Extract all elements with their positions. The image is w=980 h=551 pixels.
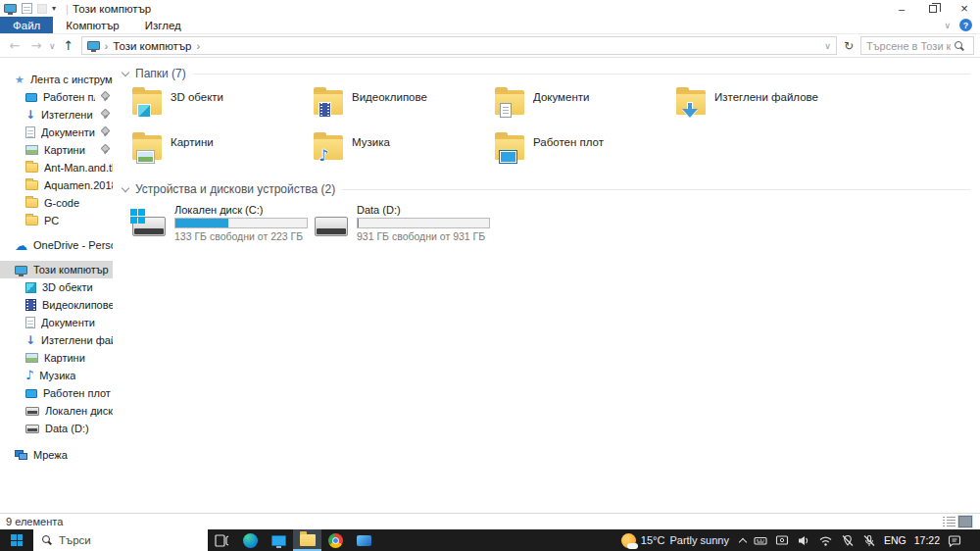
edge-button[interactable] xyxy=(236,529,265,551)
qat-customize-dropdown-icon[interactable]: ▾ xyxy=(52,4,56,13)
restore-button[interactable] xyxy=(917,0,949,17)
sidebar-item-onedrive[interactable]: ☁ OneDrive - Personal xyxy=(0,236,113,254)
folder-tile-downloads[interactable]: Изтеглени файлове xyxy=(676,88,858,129)
folders-section-header[interactable]: Папки (7) xyxy=(121,67,970,80)
this-pc-button[interactable] xyxy=(265,529,293,551)
weather-icon xyxy=(621,533,636,548)
search-box[interactable] xyxy=(860,36,974,55)
sidebar-item-quick-access[interactable]: ★ Лента с инструменти xyxy=(0,71,113,88)
recent-locations-dropdown-icon[interactable]: ∨ xyxy=(49,41,56,51)
sidebar-item-label: Локален диск (C:) xyxy=(45,405,113,417)
sidebar-item-downloads-pc[interactable]: ↓ Изтеглени файлов xyxy=(0,331,113,349)
sidebar-item-desktop-pc[interactable]: Работен плот xyxy=(0,384,113,402)
wifi-icon[interactable] xyxy=(818,534,833,547)
location-off-icon[interactable] xyxy=(841,534,855,547)
sidebar-item-this-pc[interactable]: Този компютър xyxy=(0,261,113,278)
taskbar-search-box[interactable] xyxy=(33,529,208,551)
folder-tile-desktop[interactable]: Работен плот xyxy=(495,133,676,175)
sidebar-item-downloads[interactable]: ↓ Изтеглени файл xyxy=(0,106,113,124)
address-dropdown-icon[interactable]: ∨ xyxy=(824,41,831,51)
sidebar-item-pictures[interactable]: Картини xyxy=(0,141,113,159)
breadcrumb-this-pc[interactable]: Този компютър xyxy=(113,40,191,52)
devices-section-header[interactable]: Устройства и дискови устройства (2) xyxy=(121,182,970,196)
new-folder-icon[interactable] xyxy=(37,4,47,14)
sidebar-item-label: OneDrive - Personal xyxy=(33,239,113,251)
movies-app-button[interactable] xyxy=(350,529,378,551)
search-icon xyxy=(955,41,964,51)
sidebar-item-desktop[interactable]: Работен плот xyxy=(0,88,113,106)
volume-icon[interactable] xyxy=(797,534,810,547)
folder-icon xyxy=(495,135,524,160)
cast-icon[interactable] xyxy=(775,534,789,547)
sidebar-item-label: Картини xyxy=(44,144,85,156)
document-icon xyxy=(25,126,35,138)
weather-widget[interactable]: 15°C Partly sunny xyxy=(618,533,732,548)
videos-icon xyxy=(318,102,331,118)
downloads-icon: ↓ xyxy=(25,334,35,346)
sidebar-item-videos[interactable]: Видеоклипове xyxy=(0,296,113,314)
task-view-button[interactable] xyxy=(208,529,236,551)
collapse-chevron-icon[interactable] xyxy=(122,183,129,191)
sidebar-item-documents[interactable]: Документи xyxy=(0,124,113,141)
up-button[interactable]: ↑ xyxy=(60,38,77,53)
folder-tile-music[interactable]: ♪ Музика xyxy=(314,133,495,175)
language-indicator[interactable]: ENG xyxy=(884,534,906,546)
folder-tile-3d-objects[interactable]: 3D обекти xyxy=(132,88,314,129)
hidden-icons-chevron-icon[interactable] xyxy=(739,537,747,545)
drive-tile-local-disk-c[interactable]: Локален диск (C:) 133 ГБ свободни от 223… xyxy=(132,204,315,242)
window-body: ★ Лента с инструменти Работен плот ↓ Изт… xyxy=(0,59,980,513)
large-icons-view-icon[interactable] xyxy=(958,516,972,527)
forward-button[interactable]: → xyxy=(27,38,45,53)
breadcrumb[interactable]: › Този компютър › ∨ xyxy=(81,36,837,55)
sidebar-item-pictures-pc[interactable]: Картини xyxy=(0,349,113,367)
sidebar-item-folder-gcode[interactable]: G-code xyxy=(0,194,113,212)
mic-off-icon[interactable] xyxy=(862,534,876,547)
minimize-button[interactable]: – xyxy=(886,0,917,17)
view-toggles xyxy=(943,516,972,527)
taskbar-search-input[interactable] xyxy=(59,534,176,546)
chrome-button[interactable] xyxy=(321,529,350,551)
close-button[interactable]: × xyxy=(949,0,980,17)
sidebar-item-local-disk-c[interactable]: Локален диск (C:) xyxy=(0,402,113,420)
file-explorer-button[interactable] xyxy=(293,529,321,551)
folder-icon xyxy=(25,216,38,225)
sidebar-item-folder-pc[interactable]: PC xyxy=(0,212,113,229)
drive-icon xyxy=(25,407,39,416)
pictures-icon xyxy=(25,353,38,363)
drive-tile-data-d[interactable]: Data (D:) 931 ГБ свободни от 931 ГБ xyxy=(315,204,497,242)
drive-usage-bar xyxy=(174,218,308,228)
sidebar-item-documents-pc[interactable]: Документи xyxy=(0,314,113,331)
keyboard-icon[interactable] xyxy=(754,534,767,547)
back-button[interactable]: ← xyxy=(6,38,24,53)
properties-icon[interactable] xyxy=(22,3,32,14)
refresh-button[interactable]: ↻ xyxy=(841,39,857,53)
tab-computer[interactable]: Компютър xyxy=(53,17,131,33)
help-icon[interactable]: ? xyxy=(959,19,972,31)
drive-usage-bar xyxy=(357,218,490,228)
collapse-chevron-icon[interactable] xyxy=(122,68,129,75)
details-view-icon[interactable] xyxy=(943,517,956,527)
sidebar-item-folder-aquamen[interactable]: Aquamen.2018.HC. xyxy=(0,176,113,194)
tab-file[interactable]: Файл xyxy=(0,17,53,33)
search-input[interactable] xyxy=(866,40,951,52)
clock[interactable]: 17:22 xyxy=(914,534,940,546)
folders-grid: 3D обекти Видеоклипове Документи Изтегле… xyxy=(121,88,970,178)
quick-access-star-icon: ★ xyxy=(15,75,24,85)
sidebar-item-3d-objects[interactable]: 3D обекти xyxy=(0,278,113,296)
sidebar-item-folder-antman[interactable]: Ant-Man.and.the.W xyxy=(0,159,113,176)
tab-view[interactable]: Изглед xyxy=(132,17,194,33)
sidebar-item-label: Изтеглени файл xyxy=(41,109,95,121)
sidebar-item-music[interactable]: ♪ Музика xyxy=(0,367,113,384)
quick-access-toolbar: ▾ xyxy=(4,3,56,14)
start-button[interactable] xyxy=(0,529,33,551)
music-icon: ♪ xyxy=(25,370,33,381)
sidebar-item-data-d[interactable]: Data (D:) xyxy=(0,420,113,437)
sidebar-item-network[interactable]: Мрежа xyxy=(0,446,113,464)
movies-app-icon xyxy=(357,535,371,546)
file-list-pane: Папки (7) 3D обекти Видеоклипове Докумен… xyxy=(113,59,980,513)
folder-tile-documents[interactable]: Документи xyxy=(495,88,676,129)
action-center-icon[interactable] xyxy=(948,534,961,547)
folder-tile-videos[interactable]: Видеоклипове xyxy=(314,88,495,129)
folder-tile-pictures[interactable]: Картини xyxy=(132,133,314,175)
ribbon-expand-icon[interactable]: ∨ xyxy=(944,21,951,30)
